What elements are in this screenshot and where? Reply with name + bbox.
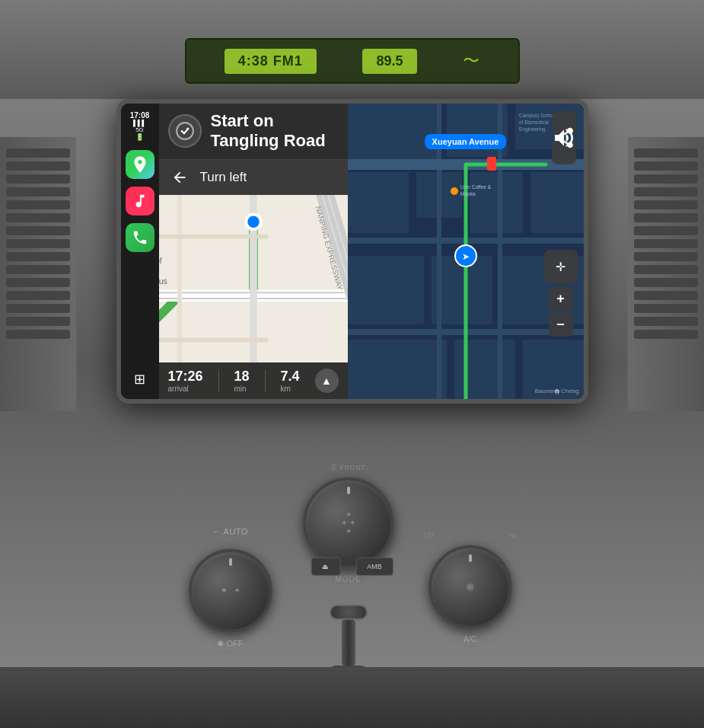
svg-rect-39 <box>487 157 496 171</box>
svg-rect-25 <box>470 172 523 233</box>
dash-buttons: ⏏ AMB <box>311 557 393 576</box>
sidebar-app-maps[interactable] <box>126 150 154 179</box>
map-attribution: Baoneng Cheng <box>535 388 579 394</box>
bottom-panel <box>0 667 704 728</box>
svg-text:Engineering: Engineering <box>519 126 546 133</box>
nav-panel: Start on Tangling Road Turn left <box>159 104 348 195</box>
arrival-stat: 17:26 arrival <box>168 369 203 393</box>
front-icon: ☰ FRONT <box>331 464 365 471</box>
right-control-knob[interactable]: ❋ <box>428 545 512 629</box>
center-control-knob[interactable]: ✦✦ ✦✦ <box>303 477 394 569</box>
map-nav-controls: ✛ + − <box>544 250 578 338</box>
sidebar: 17:08 ▌▌▌ 5G 🔋 <box>121 104 159 399</box>
duration-label: min <box>234 385 247 393</box>
center-knob-indicator <box>347 487 350 494</box>
fan-icon: ❄ <box>221 587 227 594</box>
nav-bottom-bar: 17:26 arrival 18 min 7.4 km ▲ <box>159 362 348 399</box>
amb-button[interactable]: AMB <box>355 557 393 576</box>
status-signal: ▌▌▌ 5G <box>130 120 150 133</box>
signal-bars: ▌▌▌ <box>130 120 150 126</box>
nav-start-icon <box>168 114 202 148</box>
map-detail: ➤ Campus) School of Biomedical Engineeri… <box>348 104 584 399</box>
distance-stat: 7.4 km <box>281 369 300 393</box>
left-vent <box>0 137 76 411</box>
mode-label: MODE <box>336 575 362 583</box>
volume-button[interactable] <box>552 140 576 164</box>
grid-icon[interactable]: ⊞ <box>126 366 154 393</box>
stat-divider-1 <box>218 369 219 392</box>
right-knob-indicator <box>469 554 472 562</box>
nav-primary: Start on Tangling Road <box>159 104 348 160</box>
arrival-time: 17:26 <box>168 369 203 385</box>
map-controls <box>552 111 576 164</box>
distance-label: km <box>281 385 291 393</box>
status-time: 17:08 <box>130 111 150 120</box>
street-label: Xueyuan Avenue <box>425 134 507 149</box>
nav-secondary: Turn left <box>159 160 348 195</box>
svg-point-0 <box>177 123 193 140</box>
svg-text:➤: ➤ <box>462 251 470 262</box>
lo-label: LO <box>425 532 434 539</box>
svg-rect-26 <box>530 172 584 233</box>
off-label: ✱ OFF PUSH <box>217 639 243 656</box>
sidebar-app-phone[interactable] <box>126 223 154 252</box>
left-control-knob[interactable]: ❄ ☀ <box>189 549 272 633</box>
map-overview: Start on Tangling Road Turn left <box>159 104 348 399</box>
distance-value: 7.4 <box>281 369 300 385</box>
battery-icon: 🔋 <box>130 133 150 141</box>
duration-stat: 18 min <box>234 369 250 393</box>
signal-type: 5G <box>130 126 150 133</box>
sidebar-app-music[interactable] <box>126 187 154 216</box>
auto-label: ← AUTO PUSH <box>212 527 248 543</box>
svg-text:Maoka: Maoka <box>460 191 476 196</box>
ac-fan-icon: ❋ <box>466 581 475 593</box>
svg-rect-20 <box>348 104 439 164</box>
right-vent <box>628 137 704 411</box>
fan-symbol: ✦✦ ✦✦ <box>341 510 355 535</box>
svg-rect-31 <box>454 340 515 399</box>
car-interior: 4:38 FM1 89.5 〜 17:08 <box>0 0 704 728</box>
svg-text:of Biomedical: of Biomedical <box>519 120 550 125</box>
duration-value: 18 <box>234 369 250 385</box>
ac-label: A/C PUSH <box>461 635 478 650</box>
carplay-screen: 17:08 ▌▌▌ 5G 🔋 <box>116 99 588 404</box>
turn-left-icon <box>168 166 191 189</box>
radio-frequency: 89.5 <box>362 49 416 74</box>
radio-icon: 〜 <box>463 49 479 72</box>
svg-rect-27 <box>348 256 424 324</box>
status-bar: 17:08 ▌▌▌ 5G 🔋 <box>130 111 150 141</box>
svg-rect-30 <box>348 340 447 399</box>
radio-time: 4:38 FM1 <box>225 49 317 74</box>
nav-primary-text: Start on Tangling Road <box>211 111 339 152</box>
sidebar-bottom: ⊞ <box>126 366 154 393</box>
dash-controls: ← AUTO PUSH ❄ ☀ ✱ OFF PUSH ☰ F <box>132 515 573 667</box>
nav-chevron-up[interactable]: ▲ <box>315 369 339 393</box>
zoom-out-button[interactable]: − <box>549 312 573 337</box>
svg-text:Unic Coffee &: Unic Coffee & <box>460 184 492 190</box>
zoom-in-button[interactable]: + <box>549 286 573 311</box>
eject-button[interactable]: ⏏ <box>311 557 340 576</box>
svg-text:Campus) School: Campus) School <box>519 113 556 119</box>
svg-text:Shenzhen Camous: Shenzhen Camous <box>159 276 167 286</box>
radio-display-bar: 4:38 FM1 89.5 〜 <box>185 38 520 84</box>
svg-rect-23 <box>348 172 409 233</box>
svg-point-18 <box>246 215 260 229</box>
map-pan-control[interactable]: ✛ <box>544 250 578 283</box>
arrival-label: arrival <box>168 385 189 393</box>
svg-text:Harbin Institute of: Harbin Institute of <box>159 256 162 265</box>
hi-label: HI <box>509 532 516 539</box>
defrost-icon: ☀ <box>234 587 240 594</box>
knob-indicator <box>229 558 232 566</box>
stat-divider-2 <box>265 369 266 392</box>
nav-secondary-text: Turn left <box>200 170 247 185</box>
svg-point-45 <box>451 187 458 195</box>
